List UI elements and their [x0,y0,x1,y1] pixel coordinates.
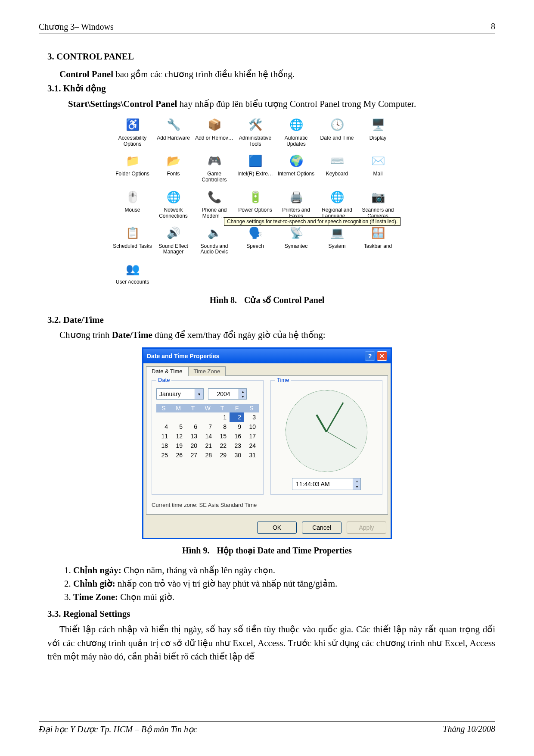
figure-9-caption: Hình 9. Hộp thoại Date and Time Properti… [39,545,495,556]
calendar-day[interactable]: 18 [156,441,171,450]
cp-item[interactable]: ⌨️Keyboard [317,150,357,187]
cp-item[interactable]: 📡Symantec [276,223,317,259]
calendar-dow: S [244,404,259,412]
calendar-day[interactable]: 14 [200,431,215,441]
cp-item[interactable]: 📂Fonts [153,150,194,187]
cp-icon: 🔈 [206,225,223,242]
cp-item[interactable]: 🗣️Speech [235,223,276,259]
calendar-day [156,412,171,422]
calendar-day[interactable]: 31 [244,450,259,460]
calendar-day [186,412,200,422]
list-item: Chỉnh ngày: Chọn năm, tháng và nhấp lên … [73,565,495,576]
calendar-dow: M [171,404,186,412]
page-header: Chương 3– Windows 8 [39,22,495,34]
calendar-day[interactable]: 23 [230,441,244,450]
calendar-day[interactable]: 7 [200,422,215,431]
cp-item[interactable]: 🛠️Administrative Tools [235,115,276,151]
calendar-day[interactable]: 21 [200,441,215,450]
cp-label: Internet Options [276,171,316,177]
tab-date-time[interactable]: Date & Time [146,366,188,376]
section-33-body: Thiết lập cách nhập và hiển thị ngày, số… [47,623,495,664]
apply-button[interactable]: Apply [347,522,386,534]
calendar-day[interactable]: 2 [230,412,244,422]
calendar-day[interactable]: 12 [171,431,186,441]
calendar-day[interactable]: 17 [244,431,259,441]
calendar-day[interactable]: 5 [171,422,186,431]
calendar-day[interactable]: 10 [244,422,259,431]
cp-item[interactable]: 📦Add or Remov… [194,115,235,151]
calendar-day[interactable]: 8 [215,422,230,431]
calendar-dow: S [156,404,171,412]
cp-item[interactable]: 🌐Automatic Updates [276,115,317,151]
cp-item[interactable]: 🖱️Mouse [112,187,153,223]
calendar-day[interactable]: 24 [244,441,259,450]
chevron-down-icon[interactable]: ▾ [195,389,203,399]
spin-down-icon[interactable]: ▾ [353,484,360,490]
cp-item[interactable]: 🪟Taskbar and [357,223,398,259]
cp-label: Fonts [154,171,193,177]
calendar-day[interactable]: 16 [230,431,244,441]
cp-item[interactable]: 🖥️Display [357,115,398,151]
clock-hour-hand [316,415,327,433]
cp-item[interactable]: ✉️Mail [357,150,398,187]
cp-item[interactable]: 💻System [317,223,357,259]
section-31-line: Start\Settings\Control Panel hay nhấp đú… [47,97,495,111]
cp-item[interactable]: 🟦Intel(R) Extre… [235,150,276,187]
cp-label: Accessibility Options [113,135,152,147]
month-combo[interactable]: January ▾ [156,388,204,400]
year-spinner[interactable]: 2004 ▴▾ [208,388,247,400]
cp-item[interactable]: 👥User Accounts [112,259,153,289]
cp-item[interactable]: 🎮Game Controllers [194,150,235,187]
help-button[interactable]: ? [365,351,375,361]
cp-label: Mail [358,171,397,177]
cp-item[interactable]: 🌐Network Connections [153,187,194,223]
calendar-day[interactable]: 30 [230,450,244,460]
calendar-day[interactable]: 6 [186,422,200,431]
dialog-title: Date and Time Properties [147,353,220,359]
calendar-day[interactable]: 11 [156,431,171,441]
list-item: Time Zone: Chọn múi giờ. [73,592,495,603]
calendar-day[interactable]: 27 [186,450,200,460]
calendar-day[interactable]: 4 [156,422,171,431]
cp-item[interactable]: 🔧Add Hardware [153,115,194,151]
spin-down-icon[interactable]: ▾ [239,394,246,399]
calendar-day[interactable]: 19 [171,441,186,450]
ok-button[interactable]: OK [257,522,297,534]
cp-item[interactable]: 🔈Sounds and Audio Devic [194,223,235,259]
calendar-day[interactable]: 13 [186,431,200,441]
tab-time-zone[interactable]: Time Zone [188,366,226,376]
calendar-day[interactable]: 9 [230,422,244,431]
calendar-day[interactable]: 1 [215,412,230,422]
time-input[interactable]: 11:44:03 AM ▴▾ [292,478,361,490]
cancel-button[interactable]: Cancel [302,522,342,534]
cp-item[interactable]: 📋Scheduled Tasks [112,223,153,259]
calendar[interactable]: SMTWTFS123456789101112131415161718192021… [156,404,259,460]
cp-label: Speech [236,244,275,250]
cp-icon: ⌨️ [329,152,346,169]
calendar-day[interactable]: 20 [186,441,200,450]
spin-up-icon[interactable]: ▴ [239,389,246,394]
cp-icon: 🔊 [165,225,182,242]
cp-item[interactable]: 🕓Date and Time [317,115,357,151]
cp-item[interactable]: ♿Accessibility Options [112,115,153,151]
calendar-day[interactable]: 3 [244,412,259,422]
calendar-day[interactable]: 25 [156,450,171,460]
cp-item[interactable]: 📁Folder Options [112,150,153,187]
cp-label: Scheduled Tasks [113,244,152,250]
cp-icon: 📦 [206,116,223,134]
page-footer: Đại học Y Dược Tp. HCM – Bộ môn Tin học … [39,721,495,734]
cp-item[interactable]: 🌍Internet Options [276,150,317,187]
section-31-title: 3.1. Khởi động [47,83,495,94]
cp-item[interactable]: 🔊Sound Effect Manager [153,223,194,259]
spin-up-icon[interactable]: ▴ [353,478,360,484]
calendar-day[interactable]: 28 [200,450,215,460]
calendar-day [200,412,215,422]
calendar-day[interactable]: 26 [171,450,186,460]
cp-icon: ✉️ [369,152,387,169]
cp-label: Add or Remov… [195,135,234,141]
close-button[interactable]: ✕ [377,351,387,361]
date-legend: Date [156,377,171,383]
calendar-day[interactable]: 15 [215,431,230,441]
calendar-day[interactable]: 22 [215,441,230,450]
calendar-day[interactable]: 29 [215,450,230,460]
